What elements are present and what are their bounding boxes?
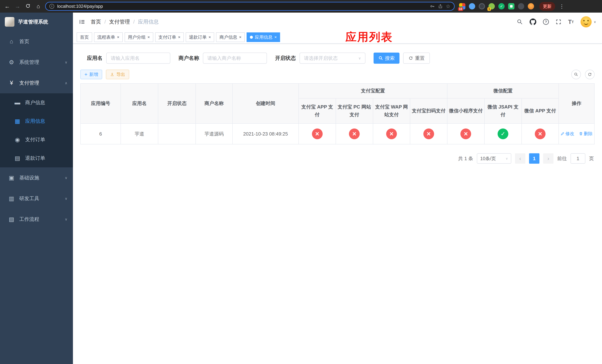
add-button[interactable]: + 新增	[80, 70, 102, 79]
user-menu[interactable]: ∨	[580, 16, 596, 27]
browser-menu-icon[interactable]: ⋮	[559, 3, 564, 10]
sidebar-item-dev-tools[interactable]: ▥ 研发工具 ∨	[0, 188, 73, 209]
goto-page-input[interactable]	[570, 153, 585, 164]
browser-update-button[interactable]: 更新	[539, 2, 555, 11]
reset-button[interactable]: 重置	[403, 53, 430, 64]
extension-icon-7[interactable]	[518, 3, 524, 10]
chevron-down-icon: ∨	[65, 60, 67, 64]
app-name-input[interactable]	[106, 53, 170, 64]
fail-status-icon	[386, 128, 397, 139]
next-page-button[interactable]: ›	[543, 153, 553, 164]
col-status: 开启状态	[158, 84, 196, 124]
sidebar-item-system[interactable]: ⚙ 系统管理 ∨	[0, 52, 73, 73]
filter-form: 应用名 商户名称 开启状态 请选择开启状态 ∨ 搜索 重置	[80, 53, 595, 64]
delete-link[interactable]: 删除	[579, 131, 592, 137]
pagination: 共 1 条 10条/页 ∨ ‹ 1 › 前往 页	[80, 153, 595, 164]
credit-card-icon: ▬	[13, 99, 22, 106]
site-info-icon[interactable]: i	[49, 4, 54, 9]
sidebar-item-pay-orders[interactable]: ◉ 支付订单	[0, 130, 73, 149]
edit-link[interactable]: 修改	[560, 131, 574, 137]
chevron-down-icon: ∨	[65, 196, 67, 201]
address-bar[interactable]: i localhost:1024/pay/app ☆	[45, 2, 455, 11]
table-row: 6 芋道 芋道源码 2021-10-23 08:49:25	[81, 124, 594, 144]
current-page-button[interactable]: 1	[529, 153, 539, 164]
fail-status-icon	[423, 128, 434, 139]
gear-icon: ⚙	[7, 59, 16, 66]
browser-home-button[interactable]: ⌂	[35, 3, 42, 9]
extension-icon-8[interactable]	[528, 3, 534, 10]
export-button[interactable]: 导出	[106, 70, 129, 79]
close-icon[interactable]: ×	[274, 35, 277, 39]
toolbox-icon: ▥	[7, 195, 16, 202]
sidebar-item-refund-orders[interactable]: ▤ 退款订单	[0, 149, 73, 167]
sidebar-logo[interactable]: 芋道管理系统	[0, 13, 73, 31]
close-icon[interactable]: ×	[209, 35, 211, 39]
sidebar-item-workflow[interactable]: ▧ 工作流程 ∨	[0, 209, 73, 230]
sidebar-fold-icon[interactable]	[79, 19, 86, 25]
password-key-icon[interactable]	[430, 4, 435, 9]
bookmark-star-icon[interactable]: ☆	[446, 3, 450, 10]
extension-icon-1[interactable]: 10	[459, 3, 465, 10]
refresh-icon	[588, 72, 592, 77]
refresh-table-button[interactable]	[585, 70, 595, 79]
github-icon[interactable]	[530, 19, 536, 25]
close-icon[interactable]: ×	[148, 35, 150, 39]
extension-icon-6[interactable]	[508, 3, 515, 10]
tab-refund-orders[interactable]: 退款订单×	[186, 32, 214, 42]
fail-status-icon	[460, 128, 471, 139]
tab-user-group[interactable]: 用户分组×	[125, 32, 153, 42]
extension-icon-3[interactable]	[479, 3, 485, 10]
extension-icon-4[interactable]: 1	[489, 3, 495, 10]
fullscreen-icon[interactable]	[556, 19, 561, 25]
font-size-icon[interactable]: TT	[568, 19, 574, 25]
page-unit-label: 页	[589, 155, 594, 162]
col-alipay-pc: 支付宝 PC 网站支付	[336, 98, 373, 124]
merchant-name-input[interactable]	[203, 53, 267, 64]
extension-badge: 10	[458, 7, 463, 11]
col-group-alipay: 支付宝配置	[299, 84, 447, 98]
status-label: 开启状态	[275, 55, 296, 62]
browser-reload-button[interactable]	[24, 3, 32, 10]
app-name-label: 应用名	[87, 55, 103, 62]
status-select[interactable]: 请选择开启状态 ∨	[300, 53, 366, 64]
grid-icon: ▦	[13, 118, 22, 125]
sidebar-item-payment[interactable]: ¥ 支付管理 ∧	[0, 73, 73, 93]
extension-icon-2[interactable]	[469, 3, 475, 10]
breadcrumb-payment[interactable]: 支付管理	[109, 18, 130, 25]
extension-icon-5[interactable]: ✓	[498, 3, 505, 10]
col-alipay-qr: 支付宝扫码支付	[410, 98, 447, 124]
close-icon[interactable]: ×	[178, 35, 181, 39]
tab-home[interactable]: 首页	[77, 32, 92, 42]
tab-app-info[interactable]: 应用信息×	[247, 32, 280, 42]
toggle-search-button[interactable]	[571, 70, 581, 79]
sidebar-item-home[interactable]: ⌂ 首页	[0, 31, 73, 52]
col-wx-jsapi: 微信 JSAPI 支付	[484, 98, 522, 124]
tag-tabs: 首页 流程表单× 用户分组× 支付订单× 退款订单× 商户信息× 应用信息×	[73, 31, 602, 44]
col-created: 创建时间	[233, 84, 299, 124]
sidebar-item-app-info[interactable]: ▦ 应用信息	[0, 112, 73, 130]
extension-badge-2: 1	[487, 7, 491, 11]
cell-merchant: 芋道源码	[196, 124, 233, 144]
breadcrumb-home[interactable]: 首页	[91, 18, 101, 25]
active-dot	[250, 36, 253, 39]
close-icon[interactable]: ×	[239, 35, 241, 39]
share-icon[interactable]	[438, 4, 443, 9]
main-area: 首页 / 支付管理 / 应用信息 ?	[73, 13, 602, 364]
close-icon[interactable]: ×	[117, 35, 119, 39]
tab-merchant-info[interactable]: 商户信息×	[216, 32, 245, 42]
prev-page-button[interactable]: ‹	[515, 153, 525, 164]
tab-pay-orders[interactable]: 支付订单×	[155, 32, 184, 42]
tab-process-form[interactable]: 流程表单×	[94, 32, 123, 42]
table-tools	[571, 70, 595, 79]
search-button[interactable]: 搜索	[374, 53, 399, 64]
sidebar-item-infrastructure[interactable]: ▣ 基础设施 ∨	[0, 167, 73, 188]
sidebar-item-merchant-info[interactable]: ▬ 商户信息	[0, 93, 73, 112]
record-icon: ◉	[13, 136, 22, 143]
pencil-icon	[560, 132, 565, 136]
page-size-select[interactable]: 10条/页 ∨	[477, 153, 511, 164]
browser-forward-button[interactable]: →	[14, 3, 21, 9]
browser-back-button[interactable]: ←	[4, 3, 11, 9]
search-icon[interactable]	[517, 19, 523, 25]
success-status-icon	[498, 128, 508, 139]
help-icon[interactable]: ?	[543, 19, 549, 25]
